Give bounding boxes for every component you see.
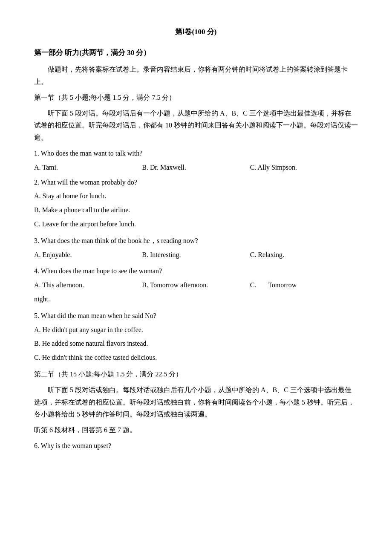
question-6-text: 6. Why is the woman upset? bbox=[34, 440, 358, 452]
q4-option-c-continued: night. bbox=[34, 293, 358, 306]
q2-option-a: A. Stay at home for lunch. bbox=[34, 190, 358, 202]
section1-header: 第一节（共 5 小题;每小题 1.5 分，满分 7.5 分） bbox=[34, 92, 358, 104]
q1-option-c: C. Ally Simpson. bbox=[250, 162, 358, 174]
q4-option-b: B. Tomorrow afternoon. bbox=[142, 279, 250, 292]
question-2: 2. What will the woman probably do? A. S… bbox=[34, 176, 358, 231]
q3-option-c: C. Relaxing. bbox=[250, 249, 358, 261]
question-4-options: A. This afternoon. B. Tomorrow afternoon… bbox=[34, 279, 358, 292]
question-2-text: 2. What will the woman probably do? bbox=[34, 176, 358, 189]
question-5-text: 5. What did the man mean when he said No… bbox=[34, 310, 358, 322]
question-5: 5. What did the man mean when he said No… bbox=[34, 310, 358, 364]
section2-header: 第二节（共 15 小题;每小题 1.5 分，满分 22.5 分） bbox=[34, 368, 358, 381]
question-3: 3. What does the man think of the book h… bbox=[34, 235, 358, 261]
section2-instruction: 听下面 5 段对话或独白。每段对话或独白后有几个小题，从题中所给的 A、B、C … bbox=[34, 384, 358, 421]
page-title: 第Ⅰ卷(100 分) bbox=[34, 26, 358, 39]
q1-option-a: A. Tami. bbox=[34, 162, 142, 174]
question-6: 6. Why is the woman upset? bbox=[34, 440, 358, 452]
question-1-text: 1. Who does the man want to talk with? bbox=[34, 147, 358, 160]
q3-option-a: A. Enjoyable. bbox=[34, 249, 142, 261]
section1-instruction: 听下面 5 段对话。每段对话后有一个小题，从题中所给的 A、B、C 三个选项中选… bbox=[34, 107, 358, 144]
q4-option-c-text: C. Tomorrow bbox=[250, 279, 297, 292]
q5-option-c: C. He didn't think the coffee tasted del… bbox=[34, 352, 358, 364]
q4-option-a: A. This afternoon. bbox=[34, 279, 142, 292]
part1-header: 第一部分 听力(共两节，满分 30 分） bbox=[34, 46, 358, 60]
q2-option-b: B. Make a phone call to the airline. bbox=[34, 204, 358, 217]
question-3-options: A. Enjoyable. B. Interesting. C. Relaxin… bbox=[34, 249, 358, 261]
question-1-options: A. Tami. B. Dr. Maxwell. C. Ally Simpson… bbox=[34, 162, 358, 174]
q4-option-c: C. Tomorrow bbox=[250, 279, 358, 292]
q1-option-b: B. Dr. Maxwell. bbox=[142, 162, 250, 174]
q5-option-a: A. He didn't put any sugar in the coffee… bbox=[34, 324, 358, 336]
question-1: 1. Who does the man want to talk with? A… bbox=[34, 147, 358, 174]
question-4: 4. When does the man hope to see the wom… bbox=[34, 265, 358, 305]
q2-option-c: C. Leave for the airport before lunch. bbox=[34, 218, 358, 231]
q3-option-b: B. Interesting. bbox=[142, 249, 250, 261]
question-4-text: 4. When does the man hope to see the wom… bbox=[34, 265, 358, 278]
section2-listen-note: 听第 6 段材料，回答第 6 至 7 题。 bbox=[34, 424, 358, 436]
question-3-text: 3. What does the man think of the book h… bbox=[34, 235, 358, 247]
q5-option-b: B. He added some natural flavors instead… bbox=[34, 338, 358, 350]
part1-intro: 做题时，先将答案标在试卷上。录音内容结束后，你将有两分钟的时间将试卷上的答案转涂… bbox=[34, 64, 358, 88]
